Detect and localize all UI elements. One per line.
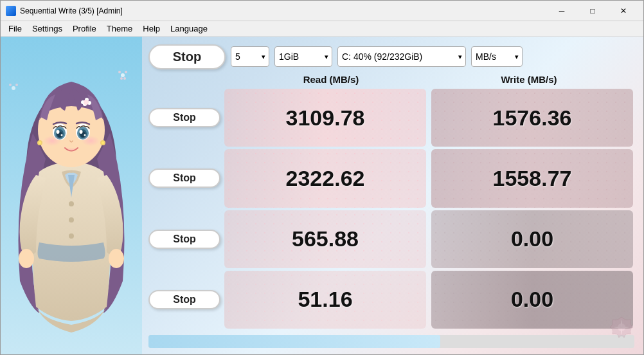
svg-point-29 bbox=[69, 201, 74, 206]
drive-select[interactable]: C: 40% (92/232GiB) bbox=[337, 46, 466, 67]
close-button[interactable]: ✕ bbox=[609, 1, 638, 21]
progress-bar-container bbox=[148, 335, 634, 348]
minimize-button[interactable]: ─ bbox=[547, 1, 577, 21]
character-image bbox=[1, 37, 142, 354]
svg-point-15 bbox=[57, 130, 60, 134]
read-value-4: 51.16 bbox=[298, 287, 352, 312]
svg-point-4 bbox=[109, 249, 124, 268]
svg-point-24 bbox=[82, 136, 100, 146]
window-controls: ─ □ ✕ bbox=[547, 1, 638, 21]
svg-point-10 bbox=[84, 100, 89, 105]
table-row: Stop 2322.62 1558.77 bbox=[148, 149, 634, 207]
right-panel: Stop 5 1 2 3 4 1GiB 512MiB bbox=[142, 37, 643, 354]
num-dropdown-wrapper[interactable]: 5 1 2 3 4 bbox=[231, 46, 269, 67]
read-bar-1: 3109.78 bbox=[224, 89, 426, 147]
drive-dropdown-wrapper[interactable]: C: 40% (92/232GiB) bbox=[337, 46, 466, 67]
main-content: Stop 5 1 2 3 4 1GiB 512MiB bbox=[1, 37, 643, 354]
data-rows: Stop 3109.78 1576.36 Stop bbox=[148, 89, 634, 329]
menu-profile[interactable]: Profile bbox=[67, 23, 102, 35]
svg-point-30 bbox=[69, 217, 74, 223]
svg-point-33 bbox=[118, 71, 121, 73]
write-bar-2: 1558.77 bbox=[431, 149, 633, 207]
stop-button-2[interactable]: Stop bbox=[148, 168, 220, 188]
menu-settings[interactable]: Settings bbox=[27, 23, 67, 35]
read-bar-3: 565.88 bbox=[224, 210, 426, 268]
write-value-3: 0.00 bbox=[511, 226, 553, 251]
menu-file[interactable]: File bbox=[3, 23, 27, 35]
read-header: Read (MB/s) bbox=[232, 74, 430, 85]
svg-point-36 bbox=[123, 77, 126, 80]
write-bar-3: 0.00 bbox=[431, 210, 633, 268]
write-bar-4: 0.00 bbox=[431, 271, 633, 329]
svg-point-28 bbox=[102, 141, 104, 144]
unit-dropdown-wrapper[interactable]: MB/s GB/s IOPS bbox=[471, 46, 523, 67]
table-row: Stop 3109.78 1576.36 bbox=[148, 89, 634, 147]
controls-row: Stop 5 1 2 3 4 1GiB 512MiB bbox=[148, 43, 634, 70]
size-dropdown-wrapper[interactable]: 1GiB 512MiB 2GiB 4GiB bbox=[274, 46, 332, 67]
svg-point-3 bbox=[19, 249, 34, 268]
table-row: Stop 51.16 0.00 bbox=[148, 271, 634, 329]
svg-point-34 bbox=[125, 71, 127, 73]
table-row: Stop 565.88 0.00 bbox=[148, 210, 634, 268]
maximize-button[interactable]: □ bbox=[578, 1, 607, 21]
read-bar-4: 51.16 bbox=[224, 271, 426, 329]
write-value-1: 1576.36 bbox=[493, 105, 572, 131]
write-header: Write (MB/s) bbox=[430, 74, 628, 85]
svg-point-21 bbox=[80, 130, 83, 134]
svg-point-38 bbox=[9, 84, 12, 86]
write-value-2: 1558.77 bbox=[493, 166, 572, 191]
app-icon bbox=[6, 6, 16, 16]
svg-point-22 bbox=[84, 134, 86, 136]
stop-button-1[interactable]: Stop bbox=[148, 108, 220, 127]
svg-point-39 bbox=[15, 84, 18, 86]
progress-bar-fill bbox=[148, 335, 440, 348]
num-select[interactable]: 5 1 2 3 4 bbox=[231, 46, 269, 67]
svg-point-37 bbox=[12, 86, 15, 90]
headers-row: Read (MB/s) Write (MB/s) bbox=[148, 74, 634, 85]
size-select[interactable]: 1GiB 512MiB 2GiB 4GiB bbox=[274, 46, 332, 67]
watermark-icon bbox=[606, 314, 637, 348]
menu-language[interactable]: Language bbox=[165, 23, 213, 35]
unit-select[interactable]: MB/s GB/s IOPS bbox=[471, 46, 523, 67]
big-stop-button[interactable]: Stop bbox=[148, 44, 226, 69]
svg-point-31 bbox=[69, 233, 74, 239]
menu-bar: File Settings Profile Theme Help Languag… bbox=[1, 21, 643, 37]
menu-help[interactable]: Help bbox=[138, 23, 165, 35]
read-value-1: 3109.78 bbox=[286, 105, 365, 131]
title-bar: Sequential Write (3/5) [Admin] ─ □ ✕ bbox=[1, 1, 643, 21]
svg-point-23 bbox=[43, 136, 61, 146]
read-value-3: 565.88 bbox=[292, 226, 359, 251]
menu-theme[interactable]: Theme bbox=[102, 23, 138, 35]
window-title: Sequential Write (3/5) [Admin] bbox=[20, 6, 547, 15]
app-window: Sequential Write (3/5) [Admin] ─ □ ✕ Fil… bbox=[0, 0, 644, 355]
svg-point-32 bbox=[121, 73, 125, 77]
read-value-2: 2322.62 bbox=[286, 166, 365, 191]
read-bar-2: 2322.62 bbox=[224, 149, 426, 207]
stop-button-4[interactable]: Stop bbox=[148, 290, 220, 309]
svg-point-26 bbox=[39, 141, 41, 144]
svg-point-35 bbox=[120, 77, 123, 80]
write-bar-1: 1576.36 bbox=[431, 89, 633, 147]
svg-point-16 bbox=[61, 134, 63, 136]
write-value-4: 0.00 bbox=[511, 287, 553, 312]
character-area bbox=[1, 37, 142, 354]
stop-button-3[interactable]: Stop bbox=[148, 230, 220, 249]
